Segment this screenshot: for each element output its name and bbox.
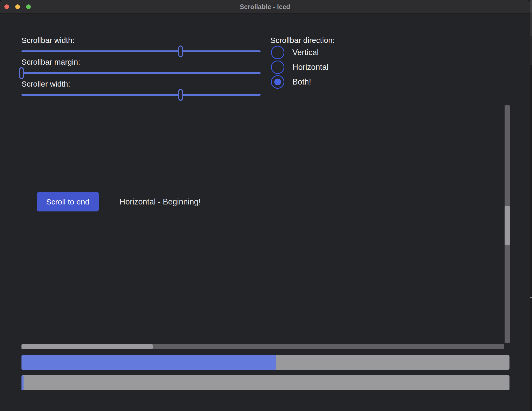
scroller-width-label: Scroller width: <box>21 79 70 89</box>
vertical-scrollbar-track[interactable] <box>505 105 510 343</box>
horizontal-progress-bar <box>21 355 509 370</box>
horizontal-scrollbar-track[interactable] <box>21 344 504 349</box>
scrollbar-margin-slider[interactable] <box>21 72 261 74</box>
scrollbar-margin-label: Scrollbar margin: <box>21 57 80 67</box>
traffic-lights <box>4 4 31 9</box>
vertical-scroller[interactable] <box>505 206 510 245</box>
radio-label: Vertical <box>292 48 319 57</box>
scroll-to-end-button[interactable]: Scroll to end <box>37 192 99 211</box>
background-edge-strip <box>530 0 532 411</box>
radio-option-vertical[interactable]: Vertical <box>271 46 319 59</box>
titlebar: Scrollable - Iced <box>0 0 530 14</box>
slider-handle[interactable] <box>178 89 183 101</box>
vertical-progress-bar <box>21 375 509 390</box>
radio-option-horizontal[interactable]: Horizontal <box>271 60 329 74</box>
scrollbar-width-label: Scrollbar width: <box>21 36 75 45</box>
slider-handle[interactable] <box>178 45 183 57</box>
close-icon[interactable] <box>4 4 9 9</box>
app-window: Scrollable - Iced Scrollbar width: Scrol… <box>0 0 530 411</box>
scroller-width-slider[interactable] <box>21 94 261 96</box>
scrollbar-direction-label: Scrollbar direction: <box>270 36 335 45</box>
radio-label: Both! <box>292 77 311 87</box>
slider-handle[interactable] <box>19 67 24 79</box>
radio-icon[interactable] <box>271 75 284 89</box>
scrollbar-width-slider[interactable] <box>21 50 261 52</box>
scroll-status-text: Horizontal - Beginning! <box>120 197 201 207</box>
horizontal-scroller[interactable] <box>21 344 153 349</box>
radio-option-both[interactable]: Both! <box>271 75 311 89</box>
radio-icon[interactable] <box>271 60 284 74</box>
background-edge-divider <box>530 297 532 298</box>
progress-fill <box>21 355 276 370</box>
window-title: Scrollable - Iced <box>240 3 290 11</box>
minimize-icon[interactable] <box>15 4 20 9</box>
radio-label: Horizontal <box>292 63 329 72</box>
radio-icon[interactable] <box>271 46 284 59</box>
zoom-icon[interactable] <box>26 4 31 9</box>
progress-fill <box>21 375 24 390</box>
